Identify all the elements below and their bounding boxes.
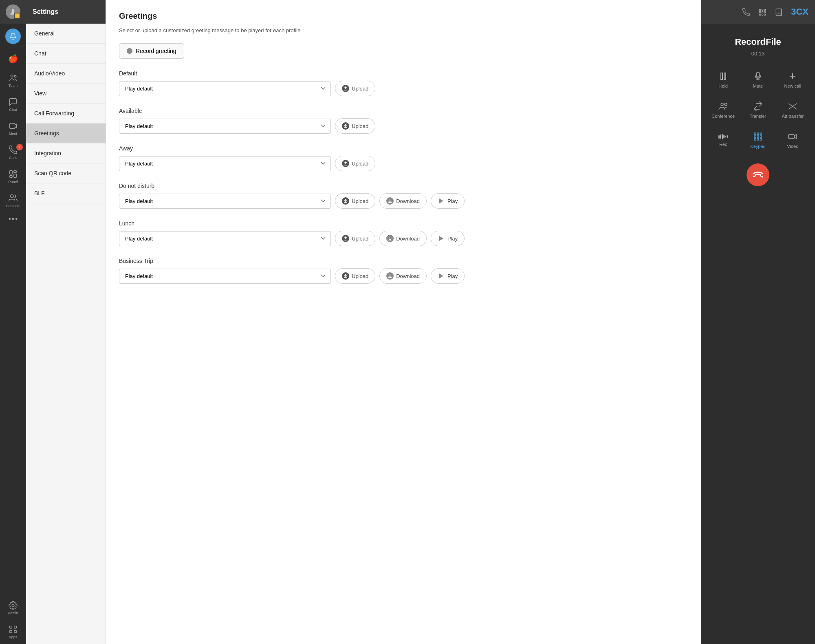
icon-sidebar: 🍎 Team Chat Meet 1 Calls Panel Contacts …	[0, 0, 26, 644]
svg-rect-40	[723, 135, 725, 138]
download-button-business-trip[interactable]: Download	[379, 268, 427, 284]
hold-button[interactable]: Hold	[707, 66, 739, 93]
svg-rect-4	[10, 171, 12, 174]
sidebar-item-panel[interactable]: Panel	[0, 165, 26, 189]
upload-button-dnd[interactable]: Upload	[335, 193, 375, 209]
sidebar-item-greetings[interactable]: Greetings	[26, 124, 106, 143]
admin-label: Admin	[8, 611, 18, 615]
upload-button-lunch[interactable]: Upload	[335, 231, 375, 246]
svg-rect-37	[718, 135, 720, 139]
sidebar-item-apps[interactable]: Apps	[0, 620, 26, 644]
sidebar-item-chat-menu[interactable]: Chat	[26, 44, 106, 64]
sidebar-item-integration[interactable]: Integration	[26, 143, 106, 163]
brand-logo: 3CX	[791, 7, 808, 17]
keypad-label: Keypad	[750, 144, 765, 149]
new-call-button[interactable]: New call	[777, 66, 808, 93]
more-icon	[9, 218, 18, 220]
svg-rect-24	[762, 14, 763, 15]
upload-button-away[interactable]: Upload	[335, 156, 375, 171]
play-button-business-trip[interactable]: Play	[431, 268, 465, 284]
section-row-default: Play default Custom Upload	[119, 81, 688, 96]
record-greeting-button[interactable]: Record greeting	[119, 43, 184, 59]
section-row-dnd: Play default Custom Upload Download	[119, 193, 688, 209]
svg-rect-7	[10, 176, 12, 178]
video-button[interactable]: Video	[777, 127, 808, 154]
panel-icon	[9, 170, 18, 179]
play-icon-lunch	[438, 235, 445, 242]
svg-rect-20	[760, 11, 761, 13]
att-transfer-button[interactable]: Att.transfer	[777, 97, 808, 124]
sidebar-item-apple[interactable]: 🍎	[0, 49, 26, 68]
dropdown-dnd[interactable]: Play default Custom	[119, 194, 331, 209]
call-info: RecordFile 00:13	[701, 24, 815, 66]
conference-icon	[718, 101, 728, 111]
sidebar-item-blf[interactable]: BLF	[26, 183, 106, 203]
avatar[interactable]	[6, 4, 20, 19]
upload-button-available[interactable]: Upload	[335, 118, 375, 134]
sidebar-item-notifications[interactable]	[0, 24, 26, 49]
section-label-default: Default	[119, 70, 688, 77]
svg-point-11	[15, 218, 18, 220]
dropdown-lunch[interactable]: Play default Custom	[119, 231, 331, 246]
rec-button[interactable]: Rec	[707, 127, 739, 154]
upload-button-default[interactable]: Upload	[335, 81, 375, 96]
upload-icon-away	[342, 160, 349, 167]
mute-button[interactable]: Mute	[742, 66, 773, 93]
play-button-lunch[interactable]: Play	[431, 231, 465, 246]
transfer-button[interactable]: Transfer	[742, 97, 773, 124]
sidebar-item-call-forwarding[interactable]: Call Forwarding	[26, 104, 106, 124]
transfer-icon	[753, 101, 763, 111]
svg-rect-46	[754, 136, 756, 137]
svg-rect-16	[14, 631, 17, 633]
meet-icon	[9, 121, 18, 130]
svg-rect-44	[757, 133, 759, 135]
end-call-button[interactable]	[747, 163, 769, 186]
contacts-label: Contacts	[6, 204, 20, 208]
greeting-section-away: Away Play default Custom Upload	[119, 145, 688, 171]
play-icon-business-trip	[438, 272, 445, 280]
keypad-button[interactable]: Keypad	[742, 127, 773, 154]
sidebar-item-scan-qr[interactable]: Scan QR code	[26, 163, 106, 183]
sidebar-item-admin[interactable]: Admin	[0, 596, 26, 620]
sidebar-item-meet[interactable]: Meet	[0, 117, 26, 141]
sidebar-item-general[interactable]: General	[26, 24, 106, 44]
sidebar-item-calls[interactable]: 1 Calls	[0, 141, 26, 165]
admin-icon	[9, 601, 18, 610]
user-avatar-section	[0, 0, 26, 24]
dropdown-away[interactable]: Play default Custom	[119, 156, 331, 171]
sidebar-item-chat[interactable]: Chat	[0, 93, 26, 117]
upload-button-business-trip[interactable]: Upload	[335, 268, 375, 284]
upload-icon-lunch	[342, 235, 349, 242]
greeting-section-business-trip: Business Trip Play default Custom Upload	[119, 258, 688, 284]
plus-icon	[788, 71, 797, 81]
svg-rect-43	[754, 133, 756, 135]
play-button-dnd[interactable]: Play	[431, 193, 465, 209]
dropdown-business-trip[interactable]: Play default Custom	[119, 269, 331, 284]
sidebar-item-view[interactable]: View	[26, 84, 106, 104]
download-icon-business-trip	[386, 272, 394, 280]
dropdown-available[interactable]: Play default Custom	[119, 119, 331, 134]
download-button-dnd[interactable]: Download	[379, 193, 427, 209]
keypad-icon	[753, 132, 763, 141]
video-icon	[788, 132, 797, 141]
dropdown-default[interactable]: Play default Custom	[119, 81, 331, 96]
svg-rect-6	[14, 174, 16, 177]
sidebar-item-audio-video[interactable]: Audio/Video	[26, 64, 106, 84]
keypad-header-icon[interactable]	[758, 7, 767, 16]
sidebar-item-more[interactable]	[0, 213, 26, 225]
phone-header-icon[interactable]	[742, 7, 750, 16]
sidebar-item-contacts[interactable]: Contacts	[0, 189, 26, 213]
chat-label: Chat	[9, 108, 17, 112]
sidebar-item-team[interactable]: Team	[0, 68, 26, 93]
svg-rect-27	[724, 73, 726, 79]
book-header-icon[interactable]	[775, 7, 783, 16]
download-button-lunch[interactable]: Download	[379, 231, 427, 246]
calls-badge: 1	[16, 144, 23, 150]
section-label-available: Available	[119, 108, 688, 114]
svg-point-12	[12, 604, 14, 607]
contacts-icon	[9, 194, 18, 203]
panel-label: Panel	[8, 180, 18, 184]
conference-button[interactable]: Conference	[707, 97, 739, 124]
settings-title: Settings	[33, 8, 58, 15]
call-panel: 3CX RecordFile 00:13 Hold Mute	[701, 0, 815, 644]
